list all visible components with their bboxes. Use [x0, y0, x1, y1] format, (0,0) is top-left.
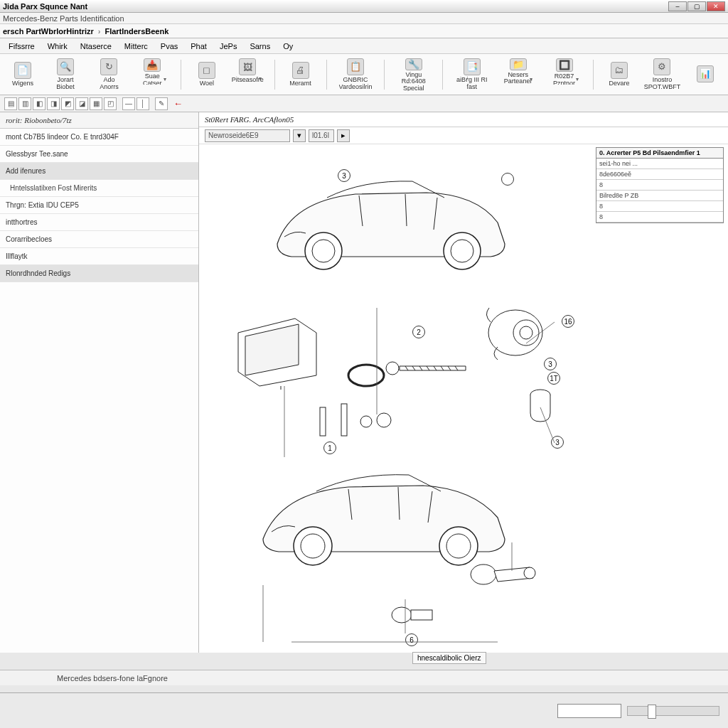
crumb-1[interactable]: ersch PartWbrlorHintrizr: [3, 27, 94, 36]
menu-item[interactable]: Phat: [185, 40, 213, 53]
diagram-footer-label: hnescaldibolic Oierz: [412, 652, 486, 664]
filter-small-input[interactable]: l01.6l: [309, 129, 334, 142]
sidebar-item[interactable]: Thrgn: Extia IDU CEP5: [0, 197, 198, 214]
st-btn[interactable]: ◪: [75, 97, 88, 110]
diagram-viewport[interactable]: 3 2 16: [199, 144, 596, 653]
callout-1t[interactable]: 1T: [547, 372, 560, 385]
parts-row[interactable]: 8: [596, 201, 723, 212]
tool-button[interactable]: 📊: [688, 57, 722, 92]
tool-button[interactable]: 🔲R02B7 Pzntnor: [544, 57, 584, 92]
svg-point-2: [444, 232, 481, 269]
sidebar-item[interactable]: Corarribecloes: [0, 231, 198, 248]
menu-item[interactable]: Oy: [277, 40, 299, 53]
square-icon: 🔲: [556, 58, 573, 72]
sidebar-item[interactable]: Glessbysr Tee.sane: [0, 146, 198, 163]
sidebar-item[interactable]: Illflaytk: [0, 248, 198, 265]
st-btn[interactable]: ▥: [18, 97, 31, 110]
tool-button[interactable]: 📁Nesers Parteaner Pedarnet: [498, 57, 538, 92]
sidebar-item[interactable]: Add ifenures: [0, 163, 198, 180]
parts-row[interactable]: Bilred8e P ZB: [596, 191, 723, 201]
status-text: Mercedes bdsers-fone laFgnore: [57, 674, 168, 682]
callout-3b[interactable]: 3: [544, 358, 557, 370]
vehicle-illustration-top: [256, 159, 526, 279]
st-btn[interactable]: ◨: [47, 97, 60, 110]
st-btn[interactable]: ◰: [104, 97, 117, 110]
menu-item[interactable]: Sarns: [244, 40, 276, 53]
filter-dropdown[interactable]: ▾: [293, 129, 306, 142]
menu-item[interactable]: Ntaserce: [75, 40, 117, 53]
menu-item[interactable]: Pvas: [155, 40, 183, 53]
callout-6[interactable]: 6: [405, 633, 418, 646]
tool-button[interactable]: ↻Ado Anorrs: [91, 57, 127, 92]
tool-button[interactable]: 🗂Devare: [602, 57, 636, 92]
st-btn[interactable]: ▦: [90, 97, 102, 110]
st-btn[interactable]: ◧: [33, 97, 46, 110]
svg-point-13: [377, 413, 391, 427]
st-btn[interactable]: │: [136, 97, 149, 110]
tool-button[interactable]: 🔧Vingu Rd:6408 Special Bisster: [393, 57, 434, 92]
minimize-button[interactable]: –: [668, 1, 687, 11]
tool-button[interactable]: 🔍Jorart Biobet: [46, 57, 85, 92]
close-button[interactable]: ✕: [707, 1, 725, 11]
sidebar-item[interactable]: Hntelsslatilxen Fost Mirerits: [0, 180, 198, 197]
sidebar: rorit: Riobonbeto/7tz mont Cb7B5 lindeor…: [0, 112, 199, 653]
tool-button[interactable]: 📄Wigens: [6, 57, 40, 92]
module-illustration: [231, 311, 323, 390]
parts-row[interactable]: 8de6606eě: [596, 169, 723, 180]
tool-button[interactable]: ◻Woel: [190, 57, 224, 92]
svg-point-15: [294, 527, 332, 565]
sidebar-item[interactable]: mont Cb7B5 lindeor Co. E tnrd304F: [0, 129, 198, 146]
tool-button[interactable]: 📋GNBRIC Vardeosilrin: [335, 57, 375, 92]
toolbar-separator: [442, 60, 443, 90]
sidebar-item[interactable]: Rlonrdhnded Redigs: [0, 265, 198, 282]
bottom-bar: [0, 692, 728, 728]
callout-blank[interactable]: [501, 173, 514, 186]
sidebar-item[interactable]: intthortres: [0, 214, 198, 231]
parts-row[interactable]: sei1-ho nei ...: [596, 159, 723, 169]
crumb-2[interactable]: FlartIndersBeenk: [105, 27, 168, 36]
zoom-slider[interactable]: [627, 706, 719, 716]
svg-point-0: [305, 232, 342, 269]
filter-input[interactable]: Newroseide6E9: [205, 129, 290, 142]
save-icon: 📥: [144, 58, 161, 72]
filter-bar: Newroseide6E9 ▾ l01.6l ▸: [199, 127, 728, 144]
menu-item[interactable]: JePs: [214, 40, 242, 53]
tool-button[interactable]: 🖨Meramt: [284, 57, 318, 92]
svg-point-12: [360, 416, 372, 427]
sensor2-illustration: [384, 599, 441, 631]
tool-button[interactable]: 📑aiBṙg III RI fast: [451, 57, 492, 92]
gear-icon: ⚙: [653, 58, 670, 75]
tool-button[interactable]: 📥Suae Catser: [133, 57, 172, 92]
st-btn[interactable]: ✎: [155, 97, 168, 110]
main-area: rorit: Riobonbeto/7tz mont Cb7B5 lindeor…: [0, 112, 728, 653]
callout-3c[interactable]: 3: [551, 436, 564, 449]
content-header: St0Rert FARG. ArcCAflon05: [199, 112, 728, 127]
tool-button[interactable]: 🖼Pitseasofre: [230, 57, 266, 92]
menu-item[interactable]: Fifssrre: [3, 40, 41, 53]
arrow-red-icon: ←: [173, 98, 183, 109]
parts-row[interactable]: 8: [596, 180, 723, 191]
callout-16[interactable]: 16: [562, 315, 574, 328]
st-btn[interactable]: ◩: [61, 97, 74, 110]
parts-row[interactable]: 8: [596, 212, 723, 223]
svg-rect-22: [411, 610, 432, 620]
tool-button[interactable]: ⚙Inostro SPOT.WBFT: [642, 57, 682, 92]
belt-illustration: [341, 358, 391, 400]
svg-point-19: [471, 564, 496, 584]
st-btn[interactable]: ▤: [4, 97, 17, 110]
parts-table[interactable]: 0. Acrerter P5 Bd Pilsaendmfier 1 sei1-h…: [596, 147, 724, 223]
menu-item[interactable]: Mitterc: [119, 40, 154, 53]
window-controls: – ▢ ✕: [668, 1, 725, 11]
parts-table-header: 0. Acrerter P5 Bd Pilsaendmfier 1: [596, 148, 723, 159]
maximize-button[interactable]: ▢: [687, 1, 706, 11]
refresh-icon: ↻: [100, 58, 117, 75]
callout-2[interactable]: 2: [412, 326, 425, 338]
toolbar-separator: [274, 60, 275, 90]
doc-icon: 📄: [14, 62, 31, 79]
st-btn[interactable]: —: [122, 97, 135, 110]
bottom-input[interactable]: [557, 704, 621, 718]
menu-bar: Fifssrre Whirk Ntaserce Mitterc Pvas Pha…: [0, 38, 728, 54]
filter-go-button[interactable]: ▸: [337, 129, 350, 142]
callout-3[interactable]: 3: [338, 169, 350, 182]
menu-item[interactable]: Whirk: [42, 40, 73, 53]
